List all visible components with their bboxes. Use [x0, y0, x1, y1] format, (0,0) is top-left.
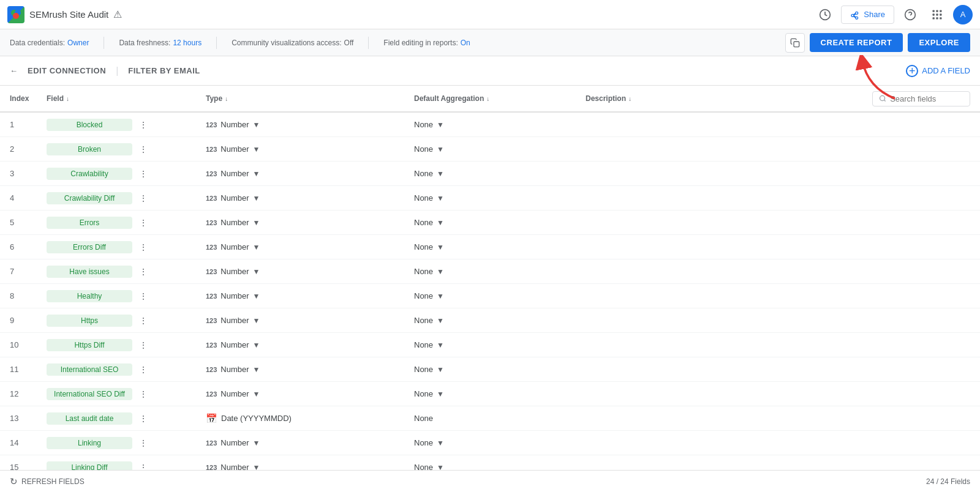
type-dropdown-arrow[interactable]: ▼ — [253, 292, 260, 300]
field-menu-button[interactable]: ⋮ — [137, 119, 149, 131]
aggregation-dropdown-arrow[interactable]: ▼ — [437, 218, 444, 227]
edit-connection-label[interactable]: EDIT CONNECTION — [28, 66, 106, 75]
type-dropdown-arrow[interactable]: ▼ — [253, 267, 260, 276]
field-menu-button[interactable]: ⋮ — [137, 388, 149, 400]
filter-by-email-button[interactable]: FILTER BY EMAIL — [128, 66, 200, 75]
type-dropdown-arrow[interactable]: ▼ — [253, 463, 260, 471]
field-tag: Https — [47, 315, 132, 327]
type-sort-icon[interactable]: ↓ — [225, 95, 228, 102]
type-text: Number — [221, 120, 249, 129]
type-cell: 123 Number ▼ — [206, 242, 414, 252]
field-cell: Healthy ⋮ — [47, 290, 206, 302]
aggregation-dropdown-arrow[interactable]: ▼ — [437, 292, 444, 300]
type-dropdown-arrow[interactable]: ▼ — [253, 243, 260, 252]
aggregation-dropdown-arrow[interactable]: ▼ — [437, 463, 444, 471]
type-dropdown-arrow[interactable]: ▼ — [253, 218, 260, 227]
aggregation-cell: None ▼ — [414, 438, 586, 447]
data-freshness-value[interactable]: 12 hours — [173, 39, 202, 47]
row-index: 7 — [10, 267, 47, 276]
community-info: Community visualizations access: Off — [232, 39, 353, 47]
aggregation-cell: None ▼ — [414, 267, 586, 276]
aggregation-dropdown-arrow[interactable]: ▼ — [437, 170, 444, 178]
history-button[interactable] — [814, 4, 836, 26]
field-cell: Crawlability Diff ⋮ — [47, 192, 206, 204]
type-text: Number — [221, 463, 249, 470]
row-index: 8 — [10, 291, 47, 300]
field-tag: Errors — [47, 217, 132, 229]
field-menu-button[interactable]: ⋮ — [137, 192, 149, 204]
aggregation-dropdown-arrow[interactable]: ▼ — [437, 121, 444, 129]
explore-button[interactable]: EXPLORE — [908, 33, 970, 52]
svg-rect-11 — [940, 13, 941, 15]
app-title: SEMrush Site Audit — [29, 9, 108, 20]
type-dropdown-arrow[interactable]: ▼ — [253, 390, 260, 398]
field-menu-button[interactable]: ⋮ — [137, 339, 149, 351]
aggregation-dropdown-arrow[interactable]: ▼ — [437, 243, 444, 252]
aggregation-text: None — [414, 144, 433, 154]
svg-rect-14 — [940, 17, 941, 19]
back-button[interactable]: ← — [10, 66, 18, 75]
table-row: 2 Broken ⋮ 123 Number ▼ None ▼ — [0, 137, 980, 162]
aggregation-dropdown-arrow[interactable]: ▼ — [437, 439, 444, 447]
aggregation-cell: None ▼ — [414, 365, 586, 374]
row-index: 5 — [10, 218, 47, 227]
share-button[interactable]: Share — [841, 6, 894, 24]
type-dropdown-arrow[interactable]: ▼ — [253, 121, 260, 129]
aggregation-text: None — [414, 291, 433, 300]
type-dropdown-arrow[interactable]: ▼ — [253, 365, 260, 374]
field-tag: Linking — [47, 437, 132, 449]
number-icon: 123 — [206, 170, 217, 177]
back-icon: ← — [10, 66, 18, 75]
add-field-button[interactable]: + ADD A FIELD — [906, 65, 970, 77]
type-cell: 123 Number ▼ — [206, 144, 414, 154]
field-menu-button[interactable]: ⋮ — [137, 461, 149, 471]
aggregation-dropdown-arrow[interactable]: ▼ — [437, 267, 444, 276]
help-button[interactable] — [899, 4, 921, 26]
aggregation-dropdown-arrow[interactable]: ▼ — [437, 145, 444, 154]
toolbar-separator: | — [116, 65, 118, 76]
field-sort-icon[interactable]: ↓ — [66, 95, 69, 102]
aggregation-dropdown-arrow[interactable]: ▼ — [437, 194, 444, 203]
field-menu-button[interactable]: ⋮ — [137, 266, 149, 278]
table-row: 12 International SEO Diff ⋮ 123 Number ▼… — [0, 382, 980, 406]
field-menu-button[interactable]: ⋮ — [137, 315, 149, 327]
type-dropdown-arrow[interactable]: ▼ — [253, 439, 260, 447]
aggregation-dropdown-arrow[interactable]: ▼ — [437, 390, 444, 398]
type-cell: 123 Number ▼ — [206, 193, 414, 203]
field-tag: Blocked — [47, 119, 132, 131]
field-menu-button[interactable]: ⋮ — [137, 437, 149, 449]
type-dropdown-arrow[interactable]: ▼ — [253, 170, 260, 178]
field-menu-button[interactable]: ⋮ — [137, 290, 149, 302]
field-menu-button[interactable]: ⋮ — [137, 168, 149, 180]
col-field: Field ↓ — [47, 94, 206, 103]
type-dropdown-arrow[interactable]: ▼ — [253, 145, 260, 154]
type-dropdown-arrow[interactable]: ▼ — [253, 194, 260, 203]
aggregation-dropdown-arrow[interactable]: ▼ — [437, 316, 444, 325]
create-report-button[interactable]: CREATE REPORT — [810, 33, 903, 52]
aggregation-sort-icon[interactable]: ↓ — [486, 95, 489, 102]
field-menu-button[interactable]: ⋮ — [137, 412, 149, 425]
type-cell: 123 Number ▼ — [206, 120, 414, 129]
aggregation-dropdown-arrow[interactable]: ▼ — [437, 341, 444, 349]
row-index: 9 — [10, 316, 47, 325]
type-dropdown-arrow[interactable]: ▼ — [253, 316, 260, 325]
type-dropdown-arrow[interactable]: ▼ — [253, 341, 260, 349]
row-index: 14 — [10, 438, 47, 447]
field-menu-button[interactable]: ⋮ — [137, 241, 149, 253]
field-menu-button[interactable]: ⋮ — [137, 143, 149, 155]
field-cell: Https Diff ⋮ — [47, 339, 206, 351]
aggregation-cell: None ▼ — [414, 193, 586, 203]
aggregation-cell: None ▼ — [414, 340, 586, 349]
aggregation-text: None — [414, 218, 433, 227]
field-menu-button[interactable]: ⋮ — [137, 363, 149, 376]
avatar[interactable]: A — [953, 5, 973, 24]
grid-button[interactable] — [926, 4, 948, 26]
info-sep-3 — [368, 37, 369, 49]
search-fields-input[interactable] — [890, 94, 963, 103]
copy-button[interactable] — [785, 33, 805, 53]
add-field-label: ADD A FIELD — [922, 66, 970, 75]
field-menu-button[interactable]: ⋮ — [137, 217, 149, 229]
aggregation-dropdown-arrow[interactable]: ▼ — [437, 365, 444, 374]
description-sort-icon[interactable]: ↓ — [628, 95, 631, 102]
data-credentials-value[interactable]: Owner — [67, 39, 89, 47]
